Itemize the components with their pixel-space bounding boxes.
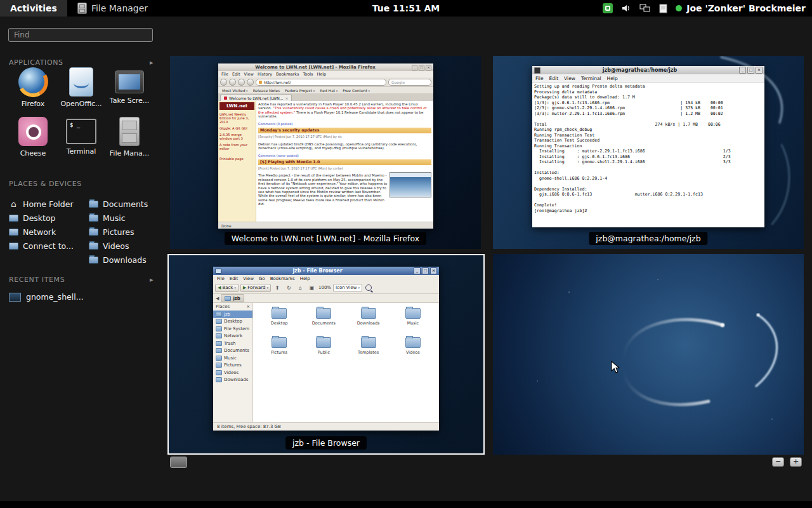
app-label: Firefox: [22, 100, 44, 108]
workspace-indicator[interactable]: [170, 457, 187, 468]
folder-label: Documents: [312, 321, 336, 326]
place-downloads[interactable]: Downloads: [89, 253, 157, 267]
status-text: Done: [221, 224, 232, 228]
app-item-file-manager[interactable]: File Mana...: [105, 117, 154, 163]
maximize-icon: □: [747, 67, 754, 74]
terminal-title: jzb@magrathea:/home/jzb: [542, 67, 738, 73]
place-videos[interactable]: Videos: [89, 239, 157, 253]
chevron-down-icon: ▾: [358, 286, 360, 290]
bookmark-item: Most Visited: [222, 88, 248, 93]
folder-icon: [89, 201, 98, 208]
url-bar: http://lwn.net/: [256, 79, 386, 86]
place-home[interactable]: Home Folder: [9, 197, 89, 211]
search-input[interactable]: [8, 28, 153, 42]
window-thumbnail-file-browser[interactable]: jzb - File Browser _ □ × File Edit View …: [167, 254, 485, 455]
add-workspace-button[interactable]: +: [790, 457, 802, 467]
fb-place-pictures: Pictures: [213, 362, 252, 370]
lwn-side-link: Giggle: A Git GUI: [219, 126, 254, 130]
window-thumbnail-firefox[interactable]: Welcome to LWN.net [LWN.net] - Mozilla F…: [170, 56, 481, 249]
path-back-icon: ◀: [216, 296, 219, 301]
folder-label: Downloads: [357, 321, 380, 326]
app-item-firefox[interactable]: Firefox: [9, 67, 57, 113]
desktop-thumbnail[interactable]: [493, 254, 804, 455]
firefox-tabbar: Welcome to LWN.net [LWN... ×: [218, 93, 433, 101]
mouse-cursor: [611, 361, 620, 374]
network-icon[interactable]: [639, 4, 651, 13]
fb-place-label: Desktop: [224, 319, 242, 324]
window-thumbnail-terminal[interactable]: jzb@magrathea:/home/jzb _ □ × File Edit …: [493, 56, 804, 249]
remove-workspace-button[interactable]: −: [772, 457, 784, 467]
place-desktop[interactable]: Desktop: [9, 211, 89, 225]
recent-item-gnome-shell[interactable]: gnome_shell...: [9, 292, 84, 302]
volume-icon[interactable]: [621, 3, 631, 13]
folder-icon: [272, 308, 287, 319]
trash-icon: [216, 341, 222, 346]
back-icon: ◀: [218, 285, 221, 290]
folder-icon: [216, 370, 222, 375]
firefox-window: Welcome to LWN.net [LWN.net] - Mozilla F…: [218, 64, 433, 229]
fb-place-network: Network: [213, 333, 252, 340]
browser-tab: Welcome to LWN.net [LWN... ×: [220, 94, 292, 101]
app-menu-label: File Manager: [91, 3, 148, 13]
breadcrumb-label: jzb: [233, 296, 240, 301]
zoom-level: 100%: [318, 285, 331, 290]
folder-icon: [225, 296, 231, 301]
fb-place-label: jzb: [224, 312, 230, 317]
place-documents[interactable]: Documents: [89, 197, 157, 211]
folder-item-documents: Documents: [301, 308, 346, 337]
meego-screenshot-image: [390, 172, 431, 197]
reload-icon: [238, 79, 245, 86]
terminal-titlebar: jzb@magrathea:/home/jzb _ □ ×: [532, 66, 764, 74]
bookmark-item: Release Notes: [253, 88, 280, 93]
user-menu[interactable]: Joe 'Zonker' Brockmeier: [676, 3, 806, 13]
firefox-bookmarks-bar: Most Visited Release Notes Fedora Projec…: [218, 87, 433, 93]
menu-help: Help: [300, 276, 310, 281]
menu-help: Help: [607, 76, 618, 81]
menu-go: Go: [259, 276, 265, 281]
tab-label: Welcome to LWN.net [LWN...: [229, 96, 283, 100]
folder-icon: [216, 363, 222, 368]
wallpaper-swirl: [493, 254, 804, 455]
forward-button: ▶ Forward ▾: [240, 284, 271, 292]
recent-expand-icon[interactable]: ▸: [150, 276, 154, 284]
place-pictures[interactable]: Pictures: [89, 225, 157, 239]
clock[interactable]: Tue 11:51 AM: [372, 3, 440, 13]
firefox-menubar: File Edit View History Bookmarks Tools H…: [218, 71, 433, 77]
folder-icon: [89, 229, 98, 236]
app-menu[interactable]: File Manager: [77, 3, 148, 14]
app-item-screenshot[interactable]: Take Scre...: [105, 67, 154, 113]
lwn-comments-link: Comments (none posted): [258, 154, 431, 157]
app-item-cheese[interactable]: Cheese: [9, 117, 57, 163]
place-network[interactable]: Network: [9, 225, 89, 239]
firefox-titlebar: Welcome to LWN.net [LWN.net] - Mozilla F…: [218, 64, 433, 71]
file-browser-files-grid: Desktop Documents Downloads Music Pictur…: [253, 303, 439, 422]
folder-label: Videos: [406, 350, 420, 355]
connect-to-icon: [9, 243, 18, 250]
battery-icon[interactable]: [659, 4, 667, 13]
minimize-icon: _: [414, 267, 421, 274]
applications-expand-icon[interactable]: ▸: [150, 58, 154, 67]
app-item-terminal[interactable]: Terminal: [57, 117, 105, 163]
status-text: 8 items, Free space: 87.3 GB: [217, 424, 281, 429]
overview-sidebar: APPLICATIONS ▸ Firefox OpenOffic... Take…: [0, 17, 162, 508]
drive-icon: [216, 326, 222, 331]
network-icon: [216, 333, 222, 338]
minimize-icon: _: [739, 67, 746, 74]
forward-icon: [229, 79, 236, 86]
place-label: Desktop: [23, 213, 56, 223]
folder-icon: [89, 243, 98, 250]
home-nav-icon: [247, 79, 254, 86]
place-music[interactable]: Music: [89, 211, 157, 225]
activities-button[interactable]: Activities: [0, 0, 67, 17]
lwn-meta: [Front] Posted Jun 7, 2010 17:17 UTC (Mo…: [258, 166, 431, 170]
place-connect-to[interactable]: Connect to...: [9, 239, 89, 253]
folder-label: Desktop: [271, 321, 288, 326]
menu-bookmarks: Bookmarks: [276, 72, 299, 77]
fb-place-documents: Documents: [213, 347, 252, 355]
place-label: Downloads: [103, 255, 147, 265]
im-status-icon[interactable]: [603, 3, 613, 13]
bookmark-item: Red Hat: [320, 88, 337, 93]
app-item-openoffice[interactable]: OpenOffic...: [57, 67, 105, 113]
file-browser-body: Places × jzb Desktop File System Network…: [213, 303, 439, 422]
folder-icon: [405, 337, 421, 348]
